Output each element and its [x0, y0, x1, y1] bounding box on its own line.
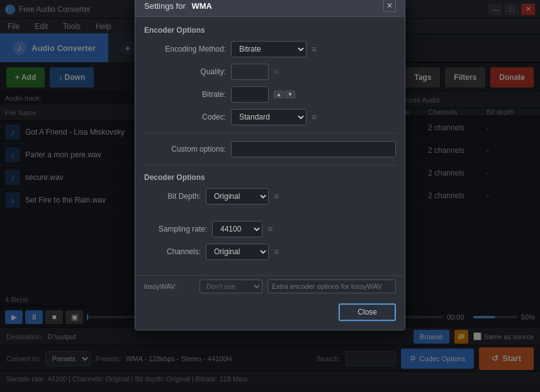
settings-dialog: Settings for WMA ✕ Encoder Options Encod…: [135, 0, 405, 330]
custom-options-input[interactable]: [231, 141, 396, 157]
quality-input[interactable]: 75: [231, 64, 269, 80]
bit-depth-row: Bit Depth: Original ≡: [144, 188, 396, 204]
dialog-close-action-button[interactable]: Close: [339, 303, 396, 321]
dialog-close-button[interactable]: ✕: [383, 0, 396, 12]
quality-icon: ≡: [274, 67, 279, 77]
channels-row: Channels: Original ≡: [144, 244, 396, 260]
lossy-row: lossyWAV: Don't use: [135, 275, 405, 297]
lossy-extra-input[interactable]: [267, 279, 396, 293]
bitrate-row: Bitrate: 128 ▲ ▼: [144, 86, 396, 103]
bit-depth-label: Bit Depth:: [144, 192, 201, 201]
divider: [144, 133, 396, 133]
encoding-method-row: Encoding Method: Bitrate ≡: [144, 41, 396, 57]
codec-row: Codec: Standard ≡: [144, 109, 396, 125]
bit-depth-select[interactable]: Original: [206, 188, 269, 204]
bitrate-down-button[interactable]: ▼: [285, 91, 295, 98]
bitrate-up-button[interactable]: ▲: [274, 91, 284, 98]
bitrate-input[interactable]: 128: [231, 86, 269, 103]
sampling-rate-icon: ≡: [267, 224, 273, 234]
decoder-section-title: Decoder Options: [144, 173, 396, 182]
encoding-method-label: Encoding Method:: [144, 45, 226, 53]
sampling-rate-label: Sampling rate:: [144, 225, 207, 233]
bit-depth-icon: ≡: [274, 191, 279, 201]
sampling-rate-row: Sampling rate: 44100 ≡: [144, 221, 396, 237]
dialog-footer: Close: [135, 297, 405, 330]
divider-2: [144, 165, 396, 165]
custom-options-row: Custom options:: [144, 141, 396, 157]
encoding-method-icon: ≡: [312, 44, 317, 54]
dialog-title-bar: Settings for WMA ✕: [135, 0, 405, 17]
channels-icon: ≡: [274, 247, 279, 257]
channels-select[interactable]: Original: [206, 244, 269, 260]
codec-icon: ≡: [312, 112, 317, 122]
encoder-section-title: Encoder Options: [144, 26, 396, 35]
encoding-method-select[interactable]: Bitrate: [231, 41, 307, 57]
channels-label: Channels:: [144, 247, 201, 256]
codec-select[interactable]: Standard: [231, 109, 307, 125]
codec-label: Codec:: [144, 113, 226, 121]
bitrate-spinner: ▲ ▼: [274, 91, 295, 98]
quality-label: Quality:: [144, 67, 226, 76]
quality-row: Quality: 75 ≡: [144, 64, 396, 80]
dialog-title: Settings for WMA: [144, 1, 383, 11]
dialog-body: Encoder Options Encoding Method: Bitrate…: [135, 17, 405, 275]
bitrate-label: Bitrate:: [144, 90, 226, 99]
lossy-label: lossyWAV:: [144, 283, 194, 290]
lossy-select[interactable]: Don't use: [200, 279, 262, 293]
custom-options-label: Custom options:: [144, 145, 226, 154]
sampling-rate-select[interactable]: 44100: [212, 221, 262, 237]
